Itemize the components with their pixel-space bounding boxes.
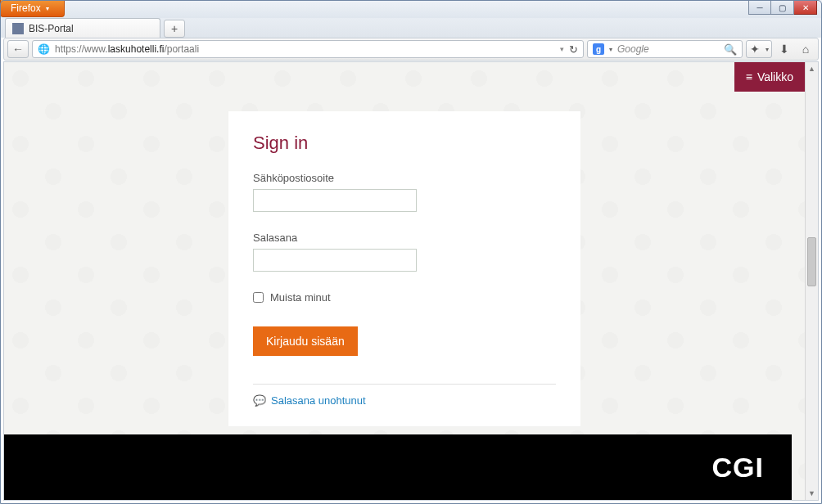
divider: [253, 384, 556, 385]
maximize-button[interactable]: ▢: [771, 0, 794, 15]
search-icon[interactable]: 🔍: [724, 43, 737, 56]
firefox-app-label: Firefox: [11, 2, 41, 14]
search-placeholder: Google: [617, 43, 719, 55]
search-bar[interactable]: g ▾ Google 🔍: [587, 40, 743, 58]
tab-bis-portal[interactable]: BIS-Portal: [5, 18, 160, 38]
home-button[interactable]: ⌂: [797, 40, 815, 58]
vertical-scrollbar[interactable]: ▲ ▼: [805, 62, 818, 500]
menu-label: Valikko: [757, 70, 793, 83]
email-label: Sähköpostiosoite: [253, 172, 556, 184]
cgi-logo: CGI: [712, 452, 764, 484]
scroll-up-icon[interactable]: ▲: [806, 62, 818, 75]
bookmark-star-icon: ✦: [747, 41, 763, 57]
new-tab-button[interactable]: +: [164, 20, 185, 38]
remember-me-label: Muista minut: [270, 291, 331, 304]
arrow-left-icon: ←: [12, 43, 24, 56]
remember-me-row[interactable]: Muista minut: [253, 291, 556, 304]
browser-viewport: ≡ Valikko Sign in Sähköpostiosoite Salas…: [3, 61, 819, 501]
downloads-button[interactable]: ⬇: [775, 40, 793, 58]
menu-button[interactable]: ≡ Valikko: [734, 62, 805, 92]
url-path: /portaali: [164, 43, 199, 55]
forgot-password-label: Salasana unohtunut: [271, 394, 366, 407]
titlebar-bg: [0, 0, 822, 18]
scroll-thumb[interactable]: [807, 237, 816, 286]
bookmark-button[interactable]: ✦ ▾: [746, 40, 772, 58]
login-button-label: Kirjaudu sisään: [266, 335, 345, 348]
scroll-down-icon[interactable]: ▼: [806, 487, 818, 500]
download-icon: ⬇: [779, 43, 789, 56]
window-controls: ─ ▢ ✕: [748, 0, 817, 15]
navigation-toolbar: ← 🌐 https://www.laskuhotelli.fi/portaali…: [3, 38, 819, 61]
url-scheme: https://www.: [55, 43, 108, 55]
forgot-password-link[interactable]: 💬 Salasana unohtunut: [253, 394, 556, 407]
login-card: Sign in Sähköpostiosoite Salasana Muista…: [228, 111, 580, 426]
reload-icon[interactable]: ↻: [569, 43, 578, 56]
url-domain: laskuhotelli.fi: [108, 43, 165, 55]
minimize-button[interactable]: ─: [748, 0, 771, 15]
page-footer: CGI: [4, 434, 792, 500]
hamburger-icon: ≡: [746, 70, 752, 83]
tab-title: BIS-Portal: [29, 23, 74, 34]
password-field[interactable]: [253, 249, 417, 272]
home-icon: ⌂: [802, 43, 809, 56]
search-engine-dropdown-icon[interactable]: ▾: [609, 46, 612, 53]
close-button[interactable]: ✕: [794, 0, 817, 15]
login-heading: Sign in: [253, 133, 556, 154]
login-button[interactable]: Kirjaudu sisään: [253, 326, 358, 356]
password-label: Salasana: [253, 232, 556, 244]
remember-me-checkbox[interactable]: [253, 292, 264, 303]
dropdown-icon: ▾: [46, 5, 49, 12]
bookmark-dropdown-icon[interactable]: ▾: [763, 46, 771, 53]
url-bar[interactable]: 🌐 https://www.laskuhotelli.fi/portaali ▾…: [32, 40, 584, 58]
globe-icon: 🌐: [38, 43, 50, 55]
tab-strip: BIS-Portal +: [5, 18, 817, 38]
email-field[interactable]: [253, 189, 417, 212]
speech-bubble-icon: 💬: [253, 394, 266, 407]
search-engine-icon[interactable]: g: [593, 43, 604, 55]
url-dropdown-icon[interactable]: ▾: [560, 45, 564, 53]
page-content: ≡ Valikko Sign in Sähköpostiosoite Salas…: [4, 62, 805, 500]
url-text: https://www.laskuhotelli.fi/portaali: [55, 43, 555, 55]
favicon-icon: [12, 23, 24, 34]
back-button[interactable]: ←: [7, 40, 29, 58]
firefox-app-button[interactable]: Firefox ▾: [0, 0, 65, 17]
